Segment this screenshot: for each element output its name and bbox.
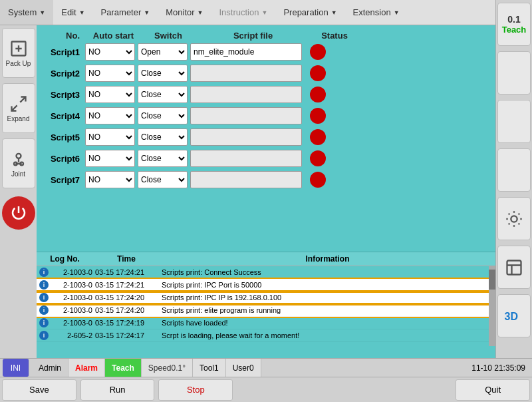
log-row: i 2-1003-0 03-15 17:24:20 Scripts print:… xyxy=(37,304,495,317)
svg-rect-1 xyxy=(507,260,521,274)
script6-file-input[interactable] xyxy=(190,150,302,167)
right-btn-5[interactable] xyxy=(497,246,531,289)
quit-button[interactable]: Quit xyxy=(456,379,530,401)
save-button[interactable]: Save xyxy=(2,379,76,401)
script2-file-input[interactable] xyxy=(190,65,302,82)
menu-bar: System ▼ Edit ▼ Parameter ▼ Monitor ▼ In… xyxy=(0,0,532,25)
log-row: i 2-1003-0 03-15 17:24:19 Scripts have l… xyxy=(37,317,495,329)
script1-switch-select[interactable]: OpenClose xyxy=(138,43,188,61)
script6-auto-select[interactable]: NOYES xyxy=(85,150,135,167)
menu-edit[interactable]: Edit ▼ xyxy=(53,0,92,25)
right-panel: 0.1 Teach 3D xyxy=(495,0,532,358)
script5-status xyxy=(310,129,326,145)
chevron-down-icon: ▼ xyxy=(79,9,85,16)
menu-instruction[interactable]: Instruction ▼ xyxy=(211,0,276,25)
action-bar: Save Run Stop Quit xyxy=(0,377,532,402)
status-admin: Admin xyxy=(32,359,68,377)
script5-file-input[interactable] xyxy=(190,128,302,146)
left-sidebar: Pack Up Expand Joint xyxy=(0,25,37,358)
svg-point-0 xyxy=(511,216,517,222)
svg-point-6 xyxy=(20,162,23,165)
script4-auto-select[interactable]: NOYES xyxy=(85,107,135,124)
script7-auto-select[interactable]: NOYES xyxy=(85,171,135,188)
log-row: i 2-605-2 03-15 17:24:17 Scrpt is loadin… xyxy=(37,329,495,342)
teach-button[interactable]: 0.1 Teach xyxy=(497,3,531,46)
right-btn-3[interactable] xyxy=(497,148,531,192)
main-content: No. Auto start Switch Script file Status… xyxy=(37,25,495,358)
sidebar-pack-up[interactable]: Pack Up xyxy=(2,28,35,78)
run-button[interactable]: Run xyxy=(80,379,155,401)
script2-status xyxy=(310,65,326,81)
right-btn-6[interactable]: 3D xyxy=(497,294,531,337)
menu-monitor[interactable]: Monitor ▼ xyxy=(158,0,211,25)
table-header: No. Auto start Switch Script file Status xyxy=(42,31,490,41)
info-icon: i xyxy=(39,280,49,290)
script6-status xyxy=(310,150,326,166)
chevron-down-icon: ▼ xyxy=(261,9,267,16)
script1-file-input[interactable] xyxy=(190,43,302,61)
script7-switch-select[interactable]: CloseOpen xyxy=(138,171,188,188)
script1-auto-select[interactable]: NOYES xyxy=(85,43,135,61)
script7-file-input[interactable] xyxy=(190,171,302,188)
script3-file-input[interactable] xyxy=(190,86,302,103)
chevron-down-icon: ▼ xyxy=(144,9,150,16)
script4-status xyxy=(310,108,326,124)
script-table: No. Auto start Switch Script file Status… xyxy=(37,25,495,252)
table-row: Script5 NOYES CloseOpen xyxy=(42,128,490,146)
chevron-down-icon: ▼ xyxy=(394,9,400,16)
power-button[interactable] xyxy=(2,196,35,230)
status-user: User0 xyxy=(226,359,261,377)
right-btn-4[interactable] xyxy=(497,197,531,240)
script3-status xyxy=(310,87,326,102)
menu-parameter[interactable]: Parameter ▼ xyxy=(93,0,158,25)
sidebar-expand[interactable]: Expand xyxy=(2,83,35,133)
log-header: Log No. Time Information xyxy=(37,252,495,266)
status-speed: Speed0.1° xyxy=(142,359,193,377)
table-row: Script7 NOYES CloseOpen xyxy=(42,171,490,188)
status-bar: INI Admin Alarm Teach Speed0.1° Tool1 Us… xyxy=(0,358,532,377)
info-icon: i xyxy=(39,318,49,327)
log-row: i 2-1003-0 03-15 17:24:20 Scripts print:… xyxy=(37,292,495,304)
chevron-down-icon: ▼ xyxy=(198,9,203,16)
log-row: i 2-1003-0 03-15 17:24:21 Scripts print:… xyxy=(37,279,495,292)
script5-auto-select[interactable]: NOYES xyxy=(85,128,135,146)
script2-switch-select[interactable]: CloseOpen xyxy=(138,65,188,82)
log-scrollbar[interactable] xyxy=(489,266,495,346)
chevron-down-icon: ▼ xyxy=(331,9,337,16)
menu-extension[interactable]: Extension ▼ xyxy=(345,0,408,25)
table-row: Script3 NOYES CloseOpen xyxy=(42,86,490,103)
status-alarm: Alarm xyxy=(68,359,105,377)
log-row: i 2-1003-0 03-15 17:24:21 Scripts print:… xyxy=(37,266,495,279)
menu-system[interactable]: System ▼ xyxy=(0,0,53,25)
table-row: Script6 NOYES CloseOpen xyxy=(42,150,490,167)
script7-status xyxy=(310,172,326,188)
right-btn-2[interactable] xyxy=(497,100,531,143)
script1-status xyxy=(310,44,326,60)
log-scroll[interactable]: i 2-1003-0 03-15 17:24:21 Scripts print:… xyxy=(37,266,495,346)
info-icon: i xyxy=(39,331,49,340)
script2-auto-select[interactable]: NOYES xyxy=(85,65,135,82)
right-btn-1[interactable] xyxy=(497,51,531,95)
table-row: Script4 NOYES CloseOpen xyxy=(42,107,490,124)
log-area: Log No. Time Information i 2-1003-0 03-1… xyxy=(37,252,495,358)
scrollbar-thumb[interactable] xyxy=(489,270,495,290)
status-teach: Teach xyxy=(105,359,142,377)
script4-file-input[interactable] xyxy=(190,107,302,124)
svg-point-4 xyxy=(16,153,21,158)
stop-button[interactable]: Stop xyxy=(158,379,233,401)
script5-switch-select[interactable]: CloseOpen xyxy=(138,128,188,146)
script6-switch-select[interactable]: CloseOpen xyxy=(138,150,188,167)
script3-switch-select[interactable]: CloseOpen xyxy=(138,86,188,103)
info-icon: i xyxy=(39,268,49,277)
table-row: Script1 NOYES OpenClose xyxy=(42,43,490,61)
menu-preparation[interactable]: Preparation ▼ xyxy=(275,0,344,25)
sidebar-joint[interactable]: Joint xyxy=(2,138,35,188)
script3-auto-select[interactable]: NOYES xyxy=(85,86,135,103)
info-icon: i xyxy=(39,305,49,315)
status-tool: Tool1 xyxy=(193,359,226,377)
status-ini: INI xyxy=(3,359,29,377)
info-icon: i xyxy=(39,293,49,302)
script4-switch-select[interactable]: CloseOpen xyxy=(138,107,188,124)
chevron-down-icon: ▼ xyxy=(39,9,45,16)
status-datetime: 11-10 21:35:09 xyxy=(465,359,532,377)
